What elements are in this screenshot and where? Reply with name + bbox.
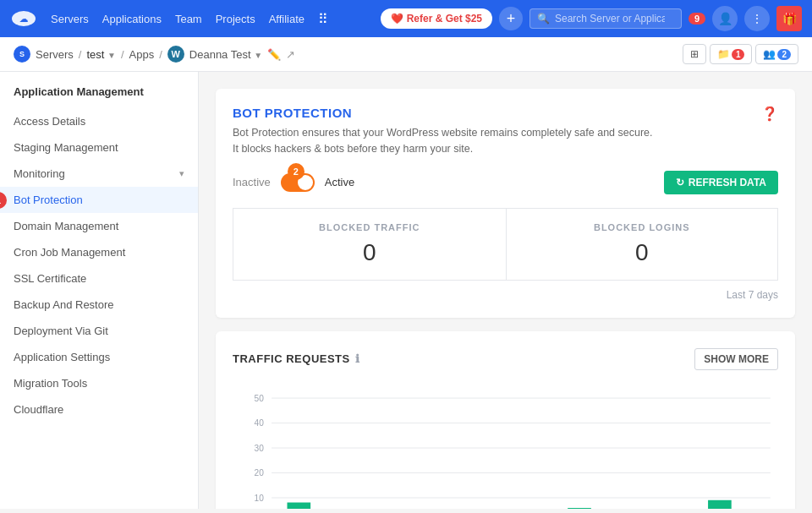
edit-icon[interactable]: ✏️ [267, 48, 281, 61]
chevron-down-icon: ▾ [179, 168, 184, 179]
bot-protection-card: BOT PROTECTION Bot Protection ensures th… [216, 89, 795, 318]
refresh-label: REFRESH DATA [689, 177, 766, 188]
folder-button[interactable]: 📁 1 [710, 44, 753, 64]
app-logo[interactable]: ☁ [10, 10, 37, 27]
folder-count-badge: 1 [732, 49, 745, 60]
table-view-button[interactable]: ⊞ [683, 44, 706, 64]
blocked-logins-cell: BLOCKED LOGINS 0 [506, 208, 779, 281]
sidebar-staging-label: Staging Management [14, 141, 118, 154]
refer-button[interactable]: ❤️ Refer & Get $25 [381, 8, 492, 29]
bot-protection-header: BOT PROTECTION Bot Protection ensures th… [233, 106, 778, 157]
blocked-traffic-value: 0 [254, 239, 486, 266]
nav-affiliate[interactable]: Affiliate [269, 13, 304, 25]
main-layout: Application Management Access Details St… [0, 72, 812, 509]
table-icon: ⊞ [690, 48, 699, 60]
nav-team[interactable]: Team [175, 13, 202, 25]
search-box[interactable]: 🔍 [529, 8, 682, 29]
sidebar-item-domain-management[interactable]: Domain Management [0, 213, 198, 239]
sidebar-item-migration-tools[interactable]: Migration Tools [0, 370, 198, 396]
chart-header: TRAFFIC REQUESTS ℹ SHOW MORE [233, 348, 778, 370]
sidebar-item-bot-protection[interactable]: 1 Bot Protection [0, 187, 198, 213]
sidebar-monitoring-label: Monitoring [14, 167, 65, 180]
add-button[interactable]: + [499, 7, 523, 30]
blocked-traffic-cell: BLOCKED TRAFFIC 0 [233, 208, 506, 281]
app-name: Deanna Test [189, 48, 251, 61]
sidebar-app-settings-label: Application Settings [14, 351, 110, 363]
nav-links: Servers Applications Team Projects Affil… [51, 11, 374, 27]
top-navigation: ☁ Servers Applications Team Projects Aff… [0, 0, 812, 37]
apps-section: / Apps [121, 48, 154, 61]
heart-icon: ❤️ [391, 13, 403, 25]
refresh-data-button[interactable]: ↻ REFRESH DATA [664, 171, 778, 194]
apps-label: Apps [129, 48, 155, 61]
bot-protection-info: BOT PROTECTION Bot Protection ensures th… [233, 106, 656, 157]
grid-icon[interactable]: ⠿ [318, 11, 328, 27]
servers-breadcrumb[interactable]: S Servers [14, 46, 74, 63]
sidebar-ssl-label: SSL Certificate [14, 272, 86, 285]
bot-protection-description: Bot Protection ensures that your WordPre… [233, 125, 656, 157]
svg-text:30: 30 [255, 443, 265, 452]
bar-03jun-allowed [708, 499, 732, 509]
refresh-icon: ↻ [676, 177, 684, 188]
blocked-traffic-label: BLOCKED TRAFFIC [254, 222, 486, 232]
traffic-chart-svg: 50 40 30 20 10 0 [233, 384, 778, 510]
notification-badge[interactable]: 9 [689, 13, 705, 25]
chart-container: 50 40 30 20 10 0 [233, 384, 778, 510]
nav-applications[interactable]: Applications [102, 13, 162, 25]
main-content: BOT PROTECTION Bot Protection ensures th… [199, 72, 812, 509]
sidebar-cron-label: Cron Job Management [14, 246, 125, 259]
sidebar-item-staging-management[interactable]: Staging Management [0, 134, 198, 161]
users-button[interactable]: 👥 2 [755, 44, 798, 64]
more-options-button[interactable]: ⋮ [744, 6, 770, 31]
sidebar-bot-protection-label: Bot Protection [14, 194, 83, 206]
stats-row: BLOCKED TRAFFIC 0 BLOCKED LOGINS 0 [233, 208, 778, 281]
user-avatar-button[interactable]: 👤 [712, 6, 738, 31]
separator-1: / [79, 48, 82, 61]
sidebar-backup-label: Backup And Restore [14, 298, 114, 311]
sidebar-item-access-details[interactable]: Access Details [0, 108, 198, 134]
svg-text:☁: ☁ [19, 14, 28, 24]
annotation-badge-2: 2 [288, 163, 304, 180]
server-name-section: / test ▼ [79, 48, 116, 61]
sidebar-item-cloudflare[interactable]: Cloudflare [0, 396, 198, 423]
sidebar-item-cron-job[interactable]: Cron Job Management [0, 239, 198, 265]
nav-servers[interactable]: Servers [51, 13, 89, 25]
app-name-section: / W Deanna Test ▼ ✏️ ↗ [159, 46, 295, 63]
app-dropdown-icon: ▼ [254, 51, 262, 60]
sidebar-deployment-label: Deployment Via Git [14, 325, 108, 337]
external-link-icon[interactable]: ↗ [286, 48, 295, 61]
sidebar-access-details-label: Access Details [14, 115, 85, 128]
toggle-row: Inactive 2 Active ↻ REFRESH DATA [233, 171, 778, 194]
sidebar-title: Application Management [0, 85, 198, 108]
sidebar-item-ssl-certificate[interactable]: SSL Certificate [0, 265, 198, 292]
protection-toggle[interactable]: 2 [281, 173, 315, 192]
nav-projects[interactable]: Projects [216, 13, 255, 25]
sidebar-cloudflare-label: Cloudflare [14, 403, 63, 416]
toggle-group: Inactive 2 Active [233, 173, 354, 192]
show-more-button[interactable]: SHOW MORE [694, 348, 778, 370]
breadcrumb-bar: S Servers / test ▼ / Apps / W Deanna Tes… [0, 37, 812, 72]
users-count-badge: 2 [777, 49, 791, 60]
sidebar-item-app-settings[interactable]: Application Settings [0, 344, 198, 370]
help-icon[interactable]: ❓ [761, 106, 778, 122]
chart-info-icon[interactable]: ℹ [355, 352, 360, 365]
server-name: test [86, 48, 104, 61]
bar-01jun-allowed [568, 507, 591, 509]
svg-text:20: 20 [255, 468, 265, 478]
svg-text:50: 50 [255, 393, 265, 402]
active-label: Active [325, 176, 354, 188]
gift-button[interactable]: 🎁 [776, 6, 802, 31]
sidebar-domain-label: Domain Management [14, 220, 118, 232]
separator-2: / [121, 48, 124, 61]
search-input[interactable] [555, 13, 665, 25]
sidebar-item-deployment-git[interactable]: Deployment Via Git [0, 318, 198, 344]
server-name-select[interactable]: test ▼ [86, 48, 116, 61]
sidebar-migration-label: Migration Tools [14, 377, 87, 390]
wordpress-logo: W [167, 46, 184, 63]
sidebar-item-monitoring[interactable]: Monitoring ▾ [0, 161, 198, 187]
svg-text:10: 10 [255, 493, 265, 502]
separator-3: / [159, 48, 162, 61]
sidebar-item-backup-restore[interactable]: Backup And Restore [0, 292, 198, 318]
app-name-select[interactable]: Deanna Test ▼ [189, 48, 262, 61]
traffic-requests-card: TRAFFIC REQUESTS ℹ SHOW MORE 50 40 [216, 331, 795, 510]
